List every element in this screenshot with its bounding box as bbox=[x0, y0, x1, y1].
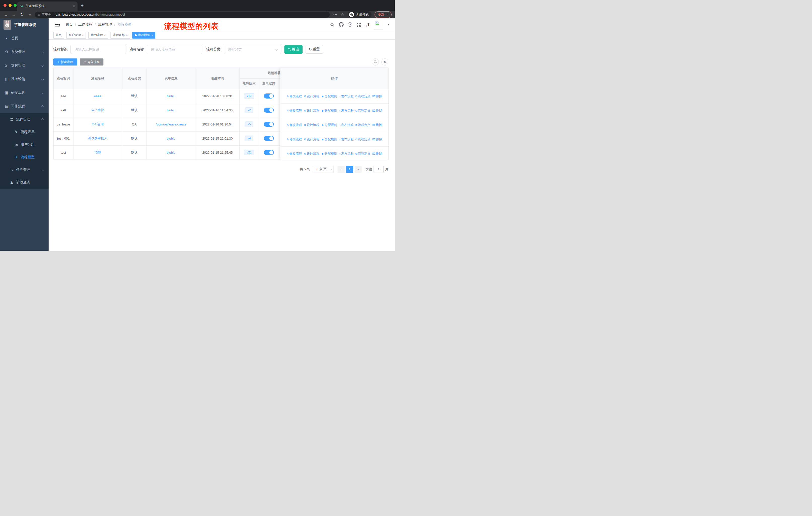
design-process-link[interactable]: ⚙设计流程 bbox=[304, 137, 319, 142]
help-icon[interactable]: ? bbox=[347, 22, 352, 27]
assign-rule-link[interactable]: ☻分配规则 bbox=[321, 123, 337, 127]
sidebar-item-home[interactable]: ◔ 首页 bbox=[0, 31, 49, 45]
delete-process-link[interactable]: ⌧删除 bbox=[372, 94, 382, 99]
process-definition-link[interactable]: ⧉流程定义 bbox=[355, 123, 371, 127]
tag-home[interactable]: 首页 bbox=[53, 32, 64, 38]
design-process-link[interactable]: ⚙设计流程 bbox=[304, 123, 319, 127]
assign-rule-link[interactable]: ☻分配规则 bbox=[321, 109, 337, 113]
back-icon[interactable]: ← bbox=[3, 12, 8, 17]
publish-process-link[interactable]: ☝发布流程 bbox=[339, 94, 354, 99]
publish-process-link[interactable]: ☝发布流程 bbox=[339, 137, 354, 142]
browser-menu-update-button[interactable]: 更新 ⋮ bbox=[375, 11, 392, 18]
zoom-window-button[interactable] bbox=[13, 4, 17, 7]
tag-tenant-management[interactable]: 租户管理 × bbox=[66, 32, 86, 38]
browser-tab[interactable]: 芋道管理系统 × bbox=[17, 1, 78, 11]
edit-process-link[interactable]: ✎修改流程 bbox=[287, 109, 302, 113]
toggle-search-button[interactable] bbox=[372, 58, 379, 65]
next-page-button[interactable]: › bbox=[355, 166, 362, 173]
font-size-icon[interactable]: TT bbox=[365, 22, 370, 27]
github-icon[interactable] bbox=[339, 22, 344, 27]
import-process-button[interactable]: ↥ 导入流程 bbox=[80, 58, 104, 65]
sidebar-item-system[interactable]: ⚙ 系统管理 bbox=[0, 45, 49, 59]
goto-page-input[interactable] bbox=[374, 166, 384, 173]
breadcrumb-workflow[interactable]: 工作流程 bbox=[78, 22, 92, 27]
process-name-link[interactable]: 自己审批 bbox=[91, 108, 104, 112]
tag-close-icon[interactable]: × bbox=[82, 34, 84, 37]
design-process-link[interactable]: ⚙设计流程 bbox=[304, 152, 319, 156]
process-id-input[interactable] bbox=[70, 45, 126, 54]
edit-process-link[interactable]: ✎修改流程 bbox=[287, 137, 302, 142]
caret-down-icon[interactable]: ▾ bbox=[388, 23, 389, 26]
breadcrumb-process-management[interactable]: 流程管理 bbox=[98, 22, 112, 27]
process-name-link[interactable]: 测试多审批人 bbox=[88, 136, 108, 140]
tag-close-icon[interactable]: × bbox=[151, 34, 153, 37]
key-icon[interactable] bbox=[333, 12, 337, 17]
sidebar-item-process-form[interactable]: ✎ 流程表单 bbox=[0, 126, 49, 138]
form-link[interactable]: biubiu bbox=[167, 137, 175, 140]
tag-process-model[interactable]: 流程模型 × bbox=[133, 32, 155, 38]
url-domain[interactable]: dashboard.yudao.iocoder.cn bbox=[56, 13, 95, 17]
sidebar-item-process-model[interactable]: ✈ 流程模型 bbox=[0, 151, 49, 164]
sidebar-item-devtools[interactable]: ▣ 研发工具 bbox=[0, 86, 49, 100]
tag-process-form[interactable]: 流程表单 × bbox=[111, 32, 130, 38]
url-path[interactable]: /bpm/manager/model bbox=[95, 13, 125, 17]
refresh-table-button[interactable]: ↻ bbox=[381, 58, 388, 65]
edit-process-link[interactable]: ✎修改流程 bbox=[287, 94, 302, 99]
active-toggle[interactable] bbox=[264, 136, 274, 141]
forward-icon[interactable]: → bbox=[11, 12, 16, 17]
publish-process-link[interactable]: ☝发布流程 bbox=[339, 109, 354, 113]
process-definition-link[interactable]: ⧉流程定义 bbox=[355, 137, 371, 142]
process-name-link[interactable]: OA 请假 bbox=[92, 122, 104, 126]
process-definition-link[interactable]: ⧉流程定义 bbox=[355, 109, 371, 113]
close-window-button[interactable] bbox=[3, 4, 6, 7]
publish-process-link[interactable]: ☝发布流程 bbox=[339, 123, 354, 127]
current-page-button[interactable]: 1 bbox=[346, 166, 353, 173]
process-definition-link[interactable]: ⧉流程定义 bbox=[355, 94, 371, 99]
edit-process-link[interactable]: ✎修改流程 bbox=[287, 152, 302, 156]
process-category-select[interactable]: 流程分类 bbox=[224, 45, 281, 54]
process-name-link[interactable]: 滔博 bbox=[94, 151, 101, 154]
window-controls[interactable] bbox=[3, 4, 17, 7]
active-toggle[interactable] bbox=[264, 108, 274, 113]
new-tab-button[interactable]: + bbox=[81, 3, 84, 8]
edit-process-link[interactable]: ✎修改流程 bbox=[287, 123, 302, 127]
form-link[interactable]: /bpm/oa/leave/create bbox=[156, 123, 186, 126]
design-process-link[interactable]: ⚙设计流程 bbox=[304, 94, 319, 99]
search-button[interactable]: 搜索 bbox=[284, 45, 302, 54]
tag-close-icon[interactable]: × bbox=[104, 34, 106, 37]
breadcrumb-home[interactable]: 首页 bbox=[66, 22, 73, 27]
minimize-window-button[interactable] bbox=[8, 4, 11, 7]
design-process-link[interactable]: ⚙设计流程 bbox=[304, 109, 319, 113]
sidebar-item-workflow[interactable]: ▤ 工作流程 bbox=[0, 100, 49, 113]
kebab-menu-icon[interactable]: ⋮ bbox=[386, 13, 389, 17]
avatar[interactable] bbox=[374, 20, 383, 29]
bookmark-star-icon[interactable]: ☆ bbox=[341, 12, 344, 17]
form-link[interactable]: biubiu bbox=[167, 108, 175, 112]
reset-button[interactable]: ↻ 重置 bbox=[306, 45, 323, 54]
page-size-select[interactable]: 10条/页 bbox=[314, 166, 334, 173]
delete-process-link[interactable]: ⌧删除 bbox=[372, 137, 382, 142]
reload-icon[interactable]: ↻ bbox=[20, 12, 24, 17]
process-name-input[interactable] bbox=[147, 45, 202, 54]
process-definition-link[interactable]: ⧉流程定义 bbox=[355, 152, 371, 156]
sidebar-item-infrastructure[interactable]: ◫ 基础设施 bbox=[0, 72, 49, 86]
collapse-sidebar-icon[interactable] bbox=[55, 23, 60, 27]
sidebar-item-process-management[interactable]: ≣ 流程管理 bbox=[0, 113, 49, 126]
search-icon[interactable] bbox=[330, 22, 335, 27]
update-label[interactable]: 更新 bbox=[378, 12, 384, 17]
assign-rule-link[interactable]: ☻分配规则 bbox=[321, 137, 337, 142]
active-toggle[interactable] bbox=[264, 93, 274, 99]
form-link[interactable]: biubiu bbox=[167, 94, 175, 98]
publish-process-link[interactable]: ☝发布流程 bbox=[339, 152, 354, 156]
tag-close-icon[interactable]: × bbox=[126, 34, 127, 37]
assign-rule-link[interactable]: ☻分配规则 bbox=[321, 94, 337, 99]
sidebar-item-leave-query[interactable]: ♟ 请假查询 bbox=[0, 176, 49, 189]
delete-process-link[interactable]: ⌧删除 bbox=[372, 152, 382, 156]
delete-process-link[interactable]: ⌧删除 bbox=[372, 109, 382, 113]
home-icon[interactable]: ⌂ bbox=[28, 12, 32, 17]
active-toggle[interactable] bbox=[264, 122, 274, 127]
not-secure-label[interactable]: 不安全 bbox=[42, 12, 51, 17]
tab-close-icon[interactable]: × bbox=[73, 4, 75, 8]
prev-page-button[interactable]: ‹ bbox=[338, 166, 345, 173]
fullscreen-icon[interactable] bbox=[356, 22, 361, 27]
